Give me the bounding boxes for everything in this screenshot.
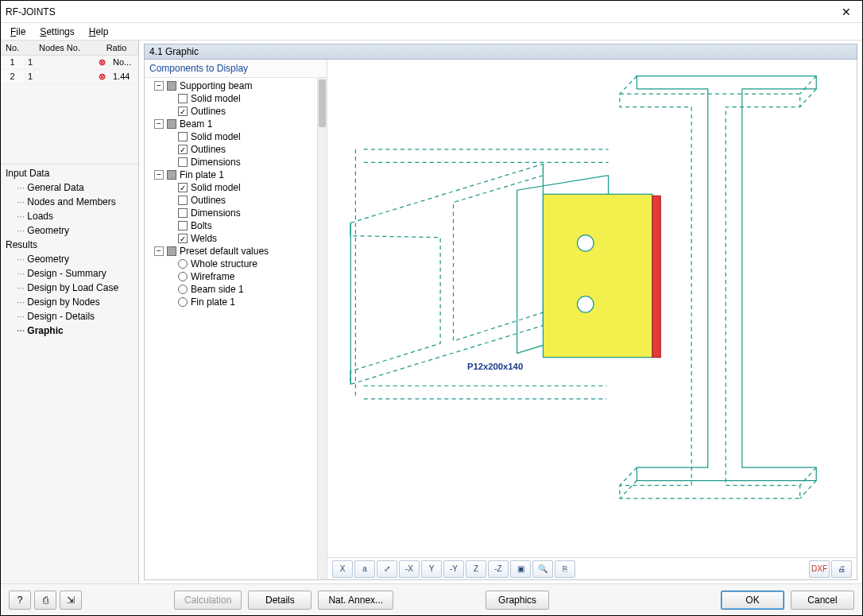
nav-item[interactable]: ··· Loads xyxy=(1,209,138,223)
scrollbar[interactable] xyxy=(317,78,327,579)
view-isox-button[interactable]: ⤢ xyxy=(377,560,397,578)
footer-icon-1[interactable]: ⎙ xyxy=(34,591,56,610)
nav-item[interactable]: ··· Design - Summary xyxy=(1,266,138,281)
tree-toggle[interactable]: − xyxy=(154,246,164,256)
menu-file[interactable]: File xyxy=(4,25,32,39)
footer-icon-2[interactable]: ⇲ xyxy=(60,591,82,610)
nat-annex-button[interactable]: Nat. Annex... xyxy=(318,591,393,610)
tree-toggle[interactable]: − xyxy=(154,81,164,91)
results-grid[interactable]: No. Nodes No. Ratio 1 1 ⊗ No... 2 1 ⊗ 1.… xyxy=(1,41,138,164)
graphic-viewport[interactable]: P12x200x140 xyxy=(327,60,857,557)
grid-header-no[interactable]: No. xyxy=(1,41,25,56)
tree-node-label[interactable]: Solid model xyxy=(191,93,241,104)
components-tree[interactable]: Components to Display −Supporting beamSo… xyxy=(145,60,327,579)
nav-item-selected[interactable]: ··· Graphic xyxy=(1,323,138,338)
grid-cell[interactable]: 1 xyxy=(25,70,95,84)
tree-node-label[interactable]: Outlines xyxy=(191,106,226,117)
tree-radio[interactable] xyxy=(178,285,188,294)
tree-radio[interactable] xyxy=(178,259,188,269)
nav-item[interactable]: ··· Design by Load Case xyxy=(1,281,138,295)
dxf-button[interactable]: DXF xyxy=(809,560,830,578)
help-button[interactable]: ? xyxy=(9,591,31,610)
tree-node-label[interactable]: Beam side 1 xyxy=(191,284,244,295)
print-button[interactable]: 🖨 xyxy=(831,560,852,578)
tree-checkbox[interactable] xyxy=(178,234,188,243)
footer: ? ⎙ ⇲ Calculation Details Nat. Annex... … xyxy=(1,583,862,615)
view-toolbar: X a ⤢ -X Y -Y Z -Z ▣ 🔍 ⎘ DXF 🖨 xyxy=(327,557,857,579)
tree-node-label[interactable]: Solid model xyxy=(191,182,241,193)
nav-item[interactable]: ··· Design - Details xyxy=(1,309,138,323)
nav-item[interactable]: ··· Geometry xyxy=(1,252,138,266)
grid-header-nodes[interactable]: Nodes No. xyxy=(25,41,95,56)
menu-settings[interactable]: Settings xyxy=(33,25,80,39)
nav-item[interactable]: ··· Nodes and Members xyxy=(1,195,138,209)
grid-cell[interactable]: 1.44 xyxy=(110,70,138,84)
tree-checkbox[interactable] xyxy=(178,94,188,103)
view-negy-button[interactable]: -Y xyxy=(443,560,464,578)
svg-point-2 xyxy=(578,235,594,252)
nav-item[interactable]: ··· Geometry xyxy=(1,223,138,238)
tree-node-label[interactable]: Dimensions xyxy=(191,207,241,219)
tree-checkbox[interactable] xyxy=(178,196,188,205)
grid-header-ratio[interactable]: Ratio xyxy=(95,41,138,56)
tree-node-label[interactable]: Wireframe xyxy=(191,271,234,282)
tree-radio[interactable] xyxy=(178,272,188,281)
grid-cell[interactable]: 2 xyxy=(1,70,25,84)
tree-checkbox[interactable] xyxy=(178,157,188,167)
tree-checkbox[interactable] xyxy=(167,81,176,91)
tree-node-label[interactable]: Supporting beam xyxy=(180,80,252,91)
view-iso-button[interactable]: ▣ xyxy=(510,560,531,578)
cancel-button[interactable]: Cancel xyxy=(791,591,854,610)
menu-help[interactable]: Help xyxy=(83,25,115,39)
tree-node-label[interactable]: Fin plate 1 xyxy=(191,296,235,308)
nav-group-results[interactable]: Results xyxy=(1,238,138,252)
tree-node-label[interactable]: Outlines xyxy=(191,195,226,206)
view-a-button[interactable]: a xyxy=(354,560,375,578)
view-negx-button[interactable]: -X xyxy=(399,560,420,578)
tree-toggle[interactable]: − xyxy=(154,170,164,180)
tree-node-label[interactable]: Whole structure xyxy=(191,258,257,269)
view-x-button[interactable]: X xyxy=(332,560,353,578)
close-icon[interactable]: ✕ xyxy=(835,6,857,18)
tree-node-label[interactable]: Preset default values xyxy=(180,246,269,257)
tree-node-label[interactable]: Bolts xyxy=(191,220,212,231)
view-y-button[interactable]: Y xyxy=(421,560,442,578)
view-z-button[interactable]: Z xyxy=(466,560,486,578)
tree-checkbox[interactable] xyxy=(178,208,188,218)
status-error-icon: ⊗ xyxy=(95,56,110,70)
tree-node-label[interactable]: Outlines xyxy=(191,144,226,155)
grid-cell[interactable]: No... xyxy=(110,56,138,70)
grid-cell[interactable]: 1 xyxy=(25,56,95,70)
calculation-button[interactable]: Calculation xyxy=(174,591,242,610)
tree-node-label[interactable]: Welds xyxy=(191,233,217,244)
navigator[interactable]: Input Data ··· General Data ··· Nodes an… xyxy=(1,164,138,583)
window-title: RF-JOINTS xyxy=(6,6,835,17)
ok-button[interactable]: OK xyxy=(721,591,784,610)
panel-title: 4.1 Graphic xyxy=(144,44,857,60)
svg-point-3 xyxy=(578,296,594,313)
tree-checkbox[interactable] xyxy=(178,145,188,154)
view-negz-button[interactable]: -Z xyxy=(488,560,509,578)
nav-group-input[interactable]: Input Data xyxy=(1,166,138,180)
tree-checkbox[interactable] xyxy=(167,246,176,256)
tree-node-label[interactable]: Dimensions xyxy=(191,157,241,168)
copy-button[interactable]: ⎘ xyxy=(555,560,575,578)
tree-checkbox[interactable] xyxy=(178,221,188,231)
tree-checkbox[interactable] xyxy=(167,170,176,180)
tree-checkbox[interactable] xyxy=(167,119,176,129)
tree-checkbox[interactable] xyxy=(178,107,188,116)
tree-checkbox[interactable] xyxy=(178,132,188,141)
menubar: File Settings Help xyxy=(1,23,862,41)
tree-radio[interactable] xyxy=(178,297,188,307)
nav-item[interactable]: ··· General Data xyxy=(1,180,138,195)
tree-toggle[interactable]: − xyxy=(154,119,164,129)
tree-checkbox[interactable] xyxy=(178,183,188,192)
graphics-button[interactable]: Graphics xyxy=(486,591,549,610)
tree-node-label[interactable]: Solid model xyxy=(191,131,241,142)
tree-node-label[interactable]: Beam 1 xyxy=(180,118,212,130)
zoom-button[interactable]: 🔍 xyxy=(532,560,553,578)
grid-cell[interactable]: 1 xyxy=(1,56,25,70)
details-button[interactable]: Details xyxy=(248,591,312,610)
nav-item[interactable]: ··· Design by Nodes xyxy=(1,295,138,309)
tree-node-label[interactable]: Fin plate 1 xyxy=(180,169,224,180)
